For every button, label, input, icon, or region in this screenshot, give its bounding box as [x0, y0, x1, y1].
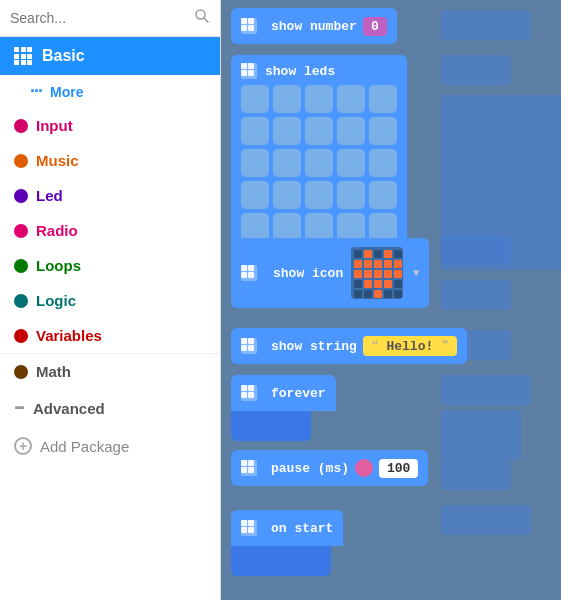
show-icon-block[interactable]: show icon — [231, 238, 429, 308]
show-leds-header: show leds — [241, 63, 335, 79]
sidebar-item-basic[interactable]: Basic — [0, 37, 220, 75]
quote-right: ❞ — [433, 339, 449, 354]
led-cell[interactable] — [273, 213, 301, 241]
icon-preview[interactable] — [351, 247, 403, 299]
icon-dropdown-arrow[interactable]: ▼ — [413, 268, 419, 279]
led-cell[interactable] — [337, 117, 365, 145]
icon-pixel — [364, 270, 372, 278]
sidebar-item-more[interactable]: ··· More — [0, 75, 220, 108]
show-string-block[interactable]: show string ❝ Hello! ❞ — [231, 328, 467, 364]
icon-pixel — [394, 270, 402, 278]
led-cell[interactable] — [305, 181, 333, 209]
sidebar-item-label-variables: Variables — [36, 327, 102, 344]
led-cell[interactable] — [369, 181, 397, 209]
led-cell[interactable] — [369, 85, 397, 113]
led-cell[interactable] — [369, 213, 397, 241]
sidebar-item-math[interactable]: Math — [0, 353, 220, 389]
sidebar-item-advanced[interactable]: ··· Advanced — [0, 389, 220, 428]
icon-pixel — [374, 250, 382, 258]
led-cell[interactable] — [305, 213, 333, 241]
forever-block[interactable]: forever — [231, 375, 336, 411]
sidebar-item-label-advanced: Advanced — [33, 400, 105, 417]
sidebar: Basic ··· More Input Music Led Radio — [0, 0, 221, 600]
radio-icon — [14, 224, 28, 238]
sidebar-item-label-input: Input — [36, 117, 73, 134]
logic-icon — [14, 294, 28, 308]
icon-pixel — [354, 270, 362, 278]
led-cell[interactable] — [241, 117, 269, 145]
block-icon-on-start — [241, 520, 257, 536]
loops-icon — [14, 259, 28, 273]
sidebar-item-label-math: Math — [36, 363, 71, 380]
led-cell[interactable] — [241, 213, 269, 241]
ghost-block-8 — [441, 460, 511, 490]
icon-pixel — [354, 260, 362, 268]
sidebar-item-label-music: Music — [36, 152, 79, 169]
led-cell[interactable] — [369, 149, 397, 177]
icon-pixel — [374, 270, 382, 278]
led-cell[interactable] — [273, 149, 301, 177]
icon-pixel — [374, 280, 382, 288]
led-cell[interactable] — [273, 181, 301, 209]
led-icon — [14, 189, 28, 203]
block-icon-show-string — [241, 338, 257, 354]
sidebar-item-input[interactable]: Input — [0, 108, 220, 143]
ghost-block-3 — [441, 235, 511, 265]
led-cell[interactable] — [305, 85, 333, 113]
led-cell[interactable] — [241, 85, 269, 113]
led-cell[interactable] — [305, 149, 333, 177]
forever-label: forever — [271, 386, 326, 401]
sidebar-item-label-radio: Radio — [36, 222, 78, 239]
sidebar-item-music[interactable]: Music — [0, 143, 220, 178]
led-cell[interactable] — [241, 181, 269, 209]
show-leds-block[interactable]: show leds — [231, 55, 407, 251]
add-package-icon: + — [14, 437, 32, 455]
show-number-block[interactable]: show number 0 — [231, 8, 397, 44]
ghost-block-4 — [441, 280, 511, 310]
search-bar — [0, 0, 220, 37]
ghost-block-2 — [441, 55, 511, 85]
led-cell[interactable] — [337, 181, 365, 209]
led-cell[interactable] — [241, 149, 269, 177]
led-cell[interactable] — [369, 117, 397, 145]
sidebar-item-radio[interactable]: Radio — [0, 213, 220, 248]
sidebar-item-label-addpkg: Add Package — [40, 438, 129, 455]
pause-block[interactable]: pause (ms) 100 — [231, 450, 428, 486]
led-cell[interactable] — [305, 117, 333, 145]
show-icon-label: show icon — [273, 266, 343, 281]
on-start-block[interactable]: on start — [231, 510, 343, 546]
led-cell[interactable] — [337, 213, 365, 241]
icon-pixel — [364, 260, 372, 268]
icon-pixel — [384, 290, 392, 298]
forever-block-body — [231, 411, 311, 441]
led-cell[interactable] — [273, 117, 301, 145]
sidebar-item-logic[interactable]: Logic — [0, 283, 220, 318]
search-input[interactable] — [10, 10, 194, 26]
input-icon — [14, 119, 28, 133]
on-start-label: on start — [271, 521, 333, 536]
led-cell[interactable] — [337, 149, 365, 177]
led-cell[interactable] — [337, 85, 365, 113]
show-number-label: show number — [271, 19, 357, 34]
show-string-label: show string — [271, 339, 357, 354]
sidebar-item-led[interactable]: Led — [0, 178, 220, 213]
block-icon-show-leds — [241, 63, 257, 79]
pause-label: pause (ms) — [271, 461, 349, 476]
show-number-value[interactable]: 0 — [363, 17, 387, 36]
sidebar-item-loops[interactable]: Loops — [0, 248, 220, 283]
icon-pixel — [364, 290, 372, 298]
block-icon-show-icon — [241, 265, 257, 281]
icon-pixel — [384, 280, 392, 288]
pause-value[interactable]: 100 — [379, 459, 418, 478]
icon-pixel — [384, 270, 392, 278]
leds-grid[interactable] — [241, 85, 397, 241]
sidebar-item-variables[interactable]: Variables — [0, 318, 220, 353]
sidebar-item-addpkg[interactable]: + Add Package — [0, 428, 220, 464]
icon-pixel — [394, 260, 402, 268]
sidebar-item-label-logic: Logic — [36, 292, 76, 309]
music-icon — [14, 154, 28, 168]
led-cell[interactable] — [273, 85, 301, 113]
show-string-value[interactable]: ❝ Hello! ❞ — [363, 336, 457, 356]
icon-pixel — [394, 290, 402, 298]
svg-point-0 — [196, 10, 205, 19]
